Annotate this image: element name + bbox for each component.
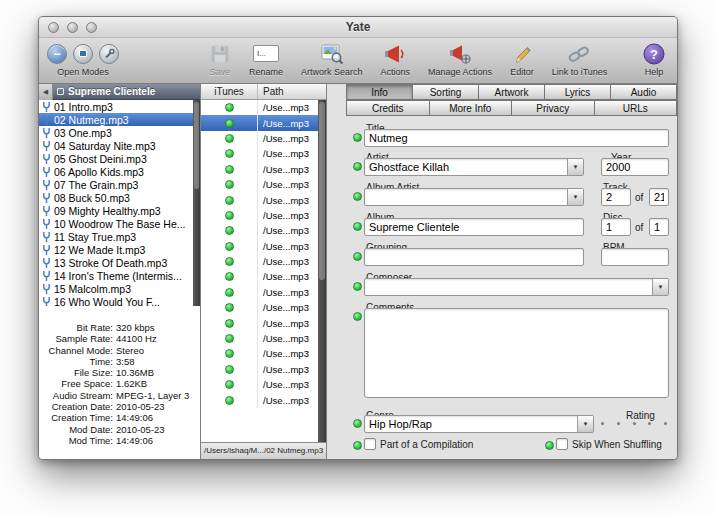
path-row[interactable]: /Use...mp3: [201, 208, 318, 223]
comments-field[interactable]: [364, 308, 669, 398]
chevron-down-icon[interactable]: ▼: [652, 279, 668, 295]
album-artist-combo[interactable]: ▼: [364, 188, 584, 206]
track-total-field[interactable]: [649, 188, 669, 206]
bpm-field[interactable]: [601, 248, 669, 266]
file-list-item[interactable]: 08 Buck 50.mp3: [39, 191, 193, 204]
disc-total-field[interactable]: [649, 218, 669, 236]
file-list-item[interactable]: 10 Woodrow The Base He...: [39, 217, 193, 230]
open-mode-files-button[interactable]: [73, 44, 93, 64]
close-button[interactable]: [48, 22, 59, 33]
year-field[interactable]: [601, 158, 669, 176]
column-header-itunes[interactable]: iTunes: [201, 84, 258, 99]
rename-button[interactable]: I... Rename: [249, 41, 283, 77]
path-row[interactable]: /Use...mp3: [201, 131, 318, 146]
path-cell: /Use...mp3: [258, 195, 318, 206]
path-row[interactable]: /Use...mp3: [201, 331, 318, 346]
file-list-item[interactable]: 04 Saturday Nite.mp3: [39, 139, 193, 152]
tab-sorting[interactable]: Sorting: [412, 84, 479, 100]
tab-urls[interactable]: URLs: [594, 100, 678, 116]
titlebar[interactable]: Yate: [39, 17, 677, 38]
tuning-fork-icon: [42, 114, 51, 126]
rating-control[interactable]: [601, 421, 667, 425]
file-list-item[interactable]: 11 Stay True.mp3: [39, 230, 193, 243]
path-row[interactable]: /Use...mp3: [201, 346, 318, 361]
path-row[interactable]: /Use...mp3: [201, 177, 318, 192]
path-row[interactable]: /Use...mp3: [201, 239, 318, 254]
path-row[interactable]: /Use...mp3: [201, 223, 318, 238]
itunes-cell: [201, 115, 258, 130]
scrollbar-thumb[interactable]: [194, 102, 199, 189]
genre-combo[interactable]: Hip Hop/Rap ▼: [364, 415, 594, 433]
manage-actions-button[interactable]: Manage Actions: [428, 41, 492, 77]
file-list-item[interactable]: 15 Malcolm.mp3: [39, 282, 193, 295]
file-list-scrollbar[interactable]: [193, 100, 200, 306]
content-area: ◀ Supreme Clientele 01 Intro.mp302 Nutme…: [39, 84, 677, 459]
info-value: 2010-05-23: [113, 401, 165, 412]
editor-button[interactable]: Editor: [510, 41, 534, 77]
track-number-field[interactable]: [601, 188, 631, 206]
file-list-item[interactable]: 14 Iron's Theme (Intermis...: [39, 269, 193, 282]
help-button[interactable]: ? Help: [643, 41, 665, 77]
tab-lyrics[interactable]: Lyrics: [544, 84, 611, 100]
tab-more-info[interactable]: More Info: [429, 100, 513, 116]
save-button[interactable]: Save: [209, 41, 231, 77]
file-list-item[interactable]: 05 Ghost Deini.mp3: [39, 152, 193, 165]
itunes-status-icon: [225, 242, 234, 251]
title-field[interactable]: [364, 129, 669, 147]
path-row[interactable]: /Use...mp3: [201, 392, 318, 407]
open-mode-close-button[interactable]: −: [47, 44, 67, 64]
path-row[interactable]: /Use...mp3: [201, 300, 318, 315]
path-row[interactable]: /Use...mp3: [201, 162, 318, 177]
file-list-item[interactable]: 09 Mighty Healthy.mp3: [39, 204, 193, 217]
tab-credits[interactable]: Credits: [346, 100, 430, 116]
composer-combo[interactable]: ▼: [364, 278, 669, 296]
minimize-button[interactable]: [67, 22, 78, 33]
file-list-item[interactable]: 16 Who Would You F...: [39, 295, 193, 306]
path-row[interactable]: /Use...mp3: [201, 115, 318, 130]
path-row[interactable]: /Use...mp3: [201, 315, 318, 330]
file-list-item[interactable]: 03 One.mp3: [39, 126, 193, 139]
toolbar: − Open Modes Save I... Rename: [39, 38, 677, 84]
album-header[interactable]: Supreme Clientele: [53, 84, 200, 100]
path-row[interactable]: /Use...mp3: [201, 377, 318, 392]
scrollbar-thumb[interactable]: [319, 102, 325, 280]
path-row[interactable]: /Use...mp3: [201, 100, 318, 115]
link-to-itunes-button[interactable]: Link to iTunes: [552, 41, 608, 77]
artist-combo[interactable]: Ghostface Killah ▼: [364, 158, 584, 176]
zoom-button[interactable]: [86, 22, 97, 33]
file-list-item[interactable]: 07 The Grain.mp3: [39, 178, 193, 191]
open-modes-group: − Open Modes: [47, 41, 119, 77]
back-button[interactable]: ◀: [39, 84, 53, 100]
path-row[interactable]: /Use...mp3: [201, 285, 318, 300]
path-row[interactable]: /Use...mp3: [201, 362, 318, 377]
file-list-item[interactable]: 12 We Made It.mp3: [39, 243, 193, 256]
path-row[interactable]: /Use...mp3: [201, 254, 318, 269]
file-list-item[interactable]: 01 Intro.mp3: [39, 100, 193, 113]
skip-shuffling-checkbox[interactable]: [556, 438, 568, 450]
artwork-search-button[interactable]: Artwork Search: [301, 41, 363, 77]
column-header-path[interactable]: Path: [258, 84, 326, 99]
file-name: 13 Stroke Of Death.mp3: [54, 257, 167, 269]
chevron-down-icon[interactable]: ▼: [567, 159, 583, 175]
actions-button[interactable]: Actions: [381, 41, 411, 77]
path-row[interactable]: /Use...mp3: [201, 146, 318, 161]
path-row[interactable]: /Use...mp3: [201, 269, 318, 284]
comments-status-icon: [353, 312, 362, 321]
compilation-checkbox[interactable]: [364, 438, 376, 450]
open-mode-tools-button[interactable]: [99, 44, 119, 64]
tab-privacy[interactable]: Privacy: [511, 100, 595, 116]
file-list-item[interactable]: 13 Stroke Of Death.mp3: [39, 256, 193, 269]
chevron-down-icon[interactable]: ▼: [577, 416, 593, 432]
tab-audio[interactable]: Audio: [610, 84, 677, 100]
tab-info[interactable]: Info: [346, 84, 413, 100]
path-list-scrollbar[interactable]: [318, 100, 326, 442]
file-list-item[interactable]: 06 Apollo Kids.mp3: [39, 165, 193, 178]
file-info-panel: Bit Rate:320 kbpsSample Rate:44100 HzCha…: [39, 322, 200, 446]
file-list-item[interactable]: 02 Nutmeg.mp3: [39, 113, 193, 126]
chevron-down-icon[interactable]: ▼: [567, 189, 583, 205]
path-row[interactable]: /Use...mp3: [201, 192, 318, 207]
disc-number-field[interactable]: [601, 218, 631, 236]
album-field[interactable]: [364, 218, 584, 236]
tab-artwork[interactable]: Artwork: [478, 84, 545, 100]
grouping-field[interactable]: [364, 248, 584, 266]
